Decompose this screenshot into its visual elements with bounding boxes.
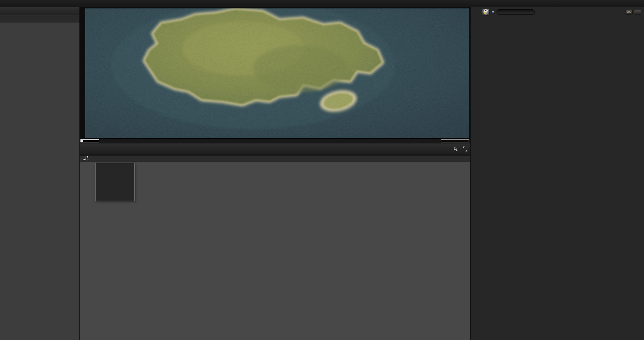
island-render (85, 8, 469, 139)
center-column (80, 7, 470, 340)
node-editor-tabbar (80, 156, 470, 162)
project-sidebar (0, 7, 80, 340)
node-graph-minimap[interactable] (95, 163, 135, 201)
render-status-bar (80, 139, 470, 143)
project-tree (0, 23, 79, 340)
node-editor-left-toolbar (87, 164, 95, 338)
fullscreen-icon[interactable] (463, 147, 467, 151)
sidebar-tabs (0, 16, 79, 23)
memory-bar (441, 139, 469, 142)
sidebar-toolbar (0, 7, 79, 15)
render-toolbar (80, 143, 470, 155)
collapse-triangle-icon[interactable]: ▼ (492, 10, 495, 14)
render-progress-bar (80, 139, 99, 142)
wrench-icon[interactable] (453, 147, 458, 151)
panel-header: ▼ oo (482, 8, 641, 16)
panel-mode-strip (470, 7, 479, 340)
ab-preview-icon[interactable]: oo (625, 10, 633, 15)
node-graph-icon[interactable] (80, 156, 90, 162)
visibility-icon[interactable] (634, 10, 641, 14)
application-window: ▼ oo (0, 0, 644, 340)
material-properties-panel: ▼ oo (479, 7, 644, 340)
macro-type-dropdown[interactable] (497, 9, 535, 15)
node-graph-area[interactable] (80, 162, 470, 340)
menu-bar (0, 0, 644, 7)
render-viewport[interactable] (85, 8, 469, 139)
